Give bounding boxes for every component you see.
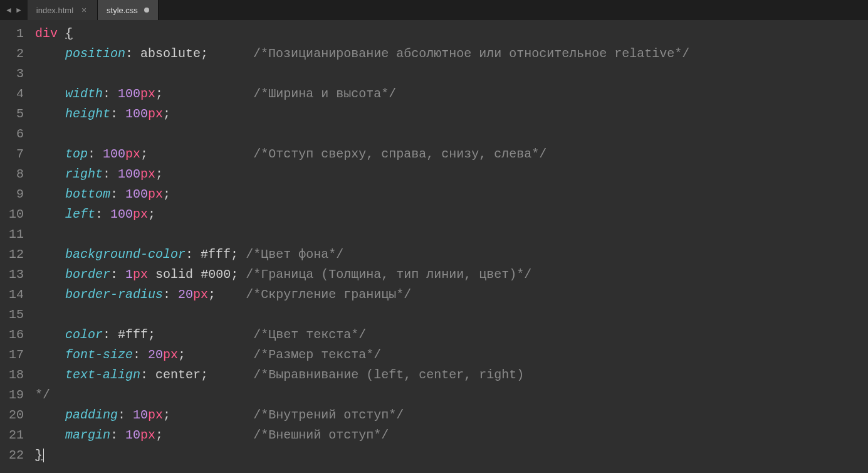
token-num: 20 <box>178 287 193 302</box>
line-number: 12 <box>0 245 24 265</box>
nav-back-icon[interactable]: ◄ <box>5 6 13 14</box>
code-line[interactable] <box>35 305 868 325</box>
line-number: 18 <box>0 365 24 385</box>
tab-index-html[interactable]: index.html × <box>28 0 98 20</box>
token-unit: px <box>163 348 178 362</box>
code-line[interactable]: border-radius: 20px; /*Скругление границ… <box>35 285 868 305</box>
line-number-gutter: 12345678910111213141516171819202122 <box>0 20 30 473</box>
code-line[interactable] <box>35 124 868 144</box>
tab-style-css[interactable]: style.css <box>98 0 159 20</box>
code-line[interactable]: position: absolute; /*Позицианирование а… <box>35 44 868 64</box>
token-num: 10 <box>133 408 148 422</box>
code-line[interactable]: text-align: center; /*Выравнивание (left… <box>35 365 868 385</box>
token-unit: px <box>140 87 155 101</box>
token-brace: } <box>35 448 43 462</box>
code-line[interactable]: */ <box>35 385 868 405</box>
token-comm: /*Внешний отступ*/ <box>253 428 389 442</box>
code-line[interactable]: height: 100px; <box>35 104 868 124</box>
token-punct: ; <box>231 267 238 282</box>
token-comm: /*Размер текста*/ <box>253 348 381 362</box>
token-comm: /*Ширина и высота*/ <box>253 87 396 101</box>
code-line[interactable]: width: 100px; /*Ширина и высота*/ <box>35 84 868 104</box>
token-val: center <box>155 368 201 382</box>
code-line[interactable]: right: 100px; <box>35 164 868 184</box>
code-line[interactable] <box>35 225 868 245</box>
token-hex: #000 <box>201 267 231 282</box>
line-number: 20 <box>0 405 24 425</box>
token-punct: ; <box>148 327 155 342</box>
nav-forward-icon[interactable]: ► <box>15 6 23 14</box>
line-number: 11 <box>0 225 24 245</box>
token-prop: border-radius <box>65 287 163 302</box>
token-comm: */ <box>35 388 50 402</box>
line-number: 9 <box>0 184 24 205</box>
dirty-dot-icon <box>144 8 149 13</box>
line-number: 14 <box>0 285 24 305</box>
token-unit: px <box>140 428 155 442</box>
token-punct: ; <box>208 287 216 302</box>
token-punct: ; <box>163 187 170 201</box>
token-num: 100 <box>110 207 133 221</box>
code-line[interactable]: } <box>35 445 868 465</box>
text-cursor <box>43 449 44 462</box>
code-line[interactable]: margin: 10px; /*Внешний отступ*/ <box>35 425 868 445</box>
token-brace: { <box>65 26 73 41</box>
token-punct: : <box>133 348 140 362</box>
token-punct: ; <box>178 348 186 362</box>
line-number: 2 <box>0 44 24 64</box>
token-prop: color <box>65 327 103 342</box>
token-num: 100 <box>118 167 140 181</box>
code-line[interactable]: div { <box>35 24 868 44</box>
line-number: 5 <box>0 104 24 124</box>
token-val: absolute <box>140 46 201 61</box>
token-unit: px <box>125 147 140 161</box>
code-area[interactable]: div { position: absolute; /*Позицианиров… <box>30 20 868 473</box>
token-comm: /*Выравнивание (left, center, right) <box>253 368 524 382</box>
token-num: 100 <box>125 187 148 201</box>
token-num: 1 <box>125 267 133 282</box>
close-icon[interactable]: × <box>80 6 88 14</box>
line-number: 7 <box>0 144 24 164</box>
token-punct: ; <box>163 408 170 422</box>
code-line[interactable]: font-size: 20px; /*Размер текста*/ <box>35 345 868 365</box>
code-line[interactable]: background-color: #fff; /*Цвет фона*/ <box>35 245 868 265</box>
token-prop: margin <box>65 428 110 442</box>
line-number: 1 <box>0 24 24 44</box>
token-punct: ; <box>201 46 208 61</box>
token-prop: width <box>65 87 103 101</box>
code-line[interactable]: border: 1px solid #000; /*Граница (Толщи… <box>35 265 868 285</box>
code-line[interactable]: bottom: 100px; <box>35 184 868 205</box>
code-line[interactable]: color: #fff; /*Цвет текста*/ <box>35 325 868 345</box>
token-punct: : <box>103 327 110 342</box>
code-line[interactable]: left: 100px; <box>35 205 868 225</box>
token-punct: : <box>186 247 193 262</box>
token-prop: left <box>65 207 95 221</box>
code-line[interactable] <box>35 64 868 84</box>
token-hex: #fff <box>118 327 148 342</box>
token-comm: /*Скругление границы*/ <box>246 287 411 302</box>
token-punct: ; <box>155 428 163 442</box>
code-line[interactable]: top: 100px; /*Отступ сверху, справа, сни… <box>35 144 868 164</box>
line-number: 6 <box>0 124 24 144</box>
token-num: 10 <box>125 428 140 442</box>
token-punct: ; <box>155 167 163 181</box>
line-number: 17 <box>0 345 24 365</box>
token-num: 100 <box>103 147 125 161</box>
token-prop: background-color <box>65 247 186 262</box>
token-prop: height <box>65 107 110 121</box>
token-punct: ; <box>201 368 208 382</box>
token-val: solid <box>155 267 193 282</box>
token-comm: /*Граница (Толщина, тип линии, цвет)*/ <box>246 267 531 282</box>
token-punct: : <box>110 107 118 121</box>
line-number: 21 <box>0 425 24 445</box>
token-punct: ; <box>163 107 170 121</box>
token-prop: right <box>65 167 103 181</box>
token-punct: ; <box>231 247 238 262</box>
token-prop: padding <box>65 408 118 422</box>
code-line[interactable]: padding: 10px; /*Внутрений отступ*/ <box>35 405 868 425</box>
token-unit: px <box>133 207 148 221</box>
line-number: 3 <box>0 64 24 84</box>
token-punct: : <box>110 187 118 201</box>
token-comm: /*Внутрений отступ*/ <box>253 408 404 422</box>
token-comm: /*Цвет фона*/ <box>246 247 343 262</box>
